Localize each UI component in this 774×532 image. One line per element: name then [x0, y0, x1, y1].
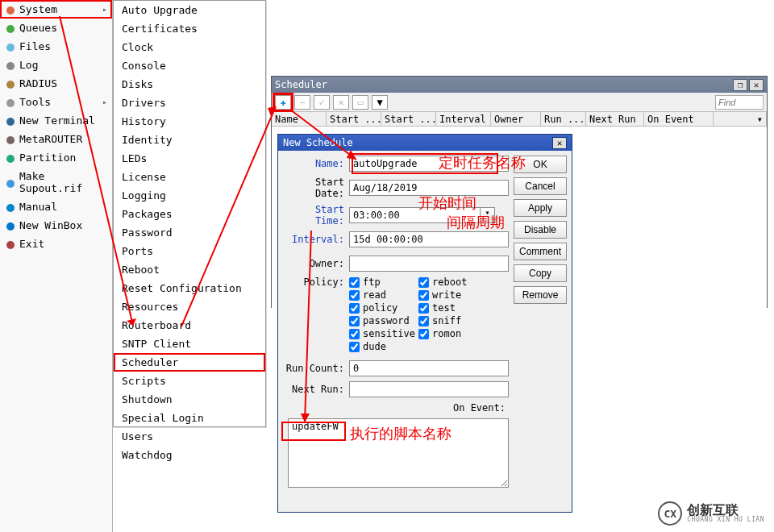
column-header[interactable]: Start ...: [327, 112, 381, 126]
submenu-item-shutdown[interactable]: Shutdown: [114, 390, 265, 409]
checkbox-label: test: [432, 302, 456, 314]
policy-checkbox-test[interactable]: test: [418, 302, 485, 314]
checkbox-input[interactable]: [349, 342, 360, 352]
checkbox-input[interactable]: [349, 277, 360, 288]
sidebar-item-radius[interactable]: RADIUS: [0, 74, 112, 93]
apply-button[interactable]: Apply: [514, 199, 567, 217]
comment-button-icon[interactable]: ▭: [352, 95, 368, 110]
submenu-item-certificates[interactable]: Certificates: [114, 19, 265, 38]
disable-button-icon[interactable]: ✕: [333, 95, 349, 110]
checkbox-input[interactable]: [349, 316, 360, 326]
comment-button[interactable]: Comment: [514, 243, 567, 260]
add-button[interactable]: ✚: [275, 95, 291, 110]
submenu-item-disks[interactable]: Disks: [114, 75, 265, 94]
column-header[interactable]: Name: [272, 112, 327, 126]
policy-checkbox-dude[interactable]: dude: [349, 341, 415, 352]
submenu-item-users[interactable]: Users: [114, 427, 265, 446]
submenu-item-clock[interactable]: Clock: [114, 38, 265, 56]
policy-checkbox-policy[interactable]: policy: [349, 302, 415, 314]
checkbox-input[interactable]: [418, 303, 429, 314]
checkbox-input[interactable]: [349, 303, 360, 314]
restore-button[interactable]: ❐: [733, 79, 747, 91]
policy-checkbox-sensitive[interactable]: sensitive: [349, 328, 415, 339]
submenu-item-auto-upgrade[interactable]: Auto Upgrade: [114, 1, 265, 19]
checkbox-input[interactable]: [418, 277, 429, 288]
column-header[interactable]: Owner: [491, 112, 541, 126]
submenu-item-license[interactable]: License: [114, 168, 265, 186]
submenu-item-watchdog[interactable]: Watchdog: [114, 446, 265, 464]
sidebar-item-new-winbox[interactable]: New WinBox: [0, 216, 112, 235]
remove-button[interactable]: −: [294, 95, 310, 110]
run-count-input[interactable]: [349, 360, 509, 376]
globe-icon: [5, 220, 16, 231]
column-header[interactable]: Next Run: [586, 112, 644, 126]
submenu-item-history[interactable]: History: [114, 112, 265, 131]
copy-button[interactable]: Copy: [514, 264, 567, 282]
sidebar-item-new-terminal[interactable]: New Terminal: [0, 111, 112, 130]
start-date-input[interactable]: [349, 180, 509, 196]
submenu-item-leds[interactable]: LEDs: [114, 149, 265, 168]
submenu-item-packages[interactable]: Packages: [114, 205, 265, 223]
sidebar-item-manual[interactable]: Manual: [0, 197, 112, 216]
sidebar-item-metarouter[interactable]: MetaROUTER: [0, 130, 112, 148]
policy-checkbox-ftp[interactable]: ftp: [349, 276, 415, 288]
start-time-dropdown[interactable]: ▾: [481, 207, 495, 223]
name-input[interactable]: [349, 156, 509, 172]
disable-button[interactable]: Disable: [514, 221, 567, 239]
sidebar-item-partition[interactable]: Partition: [0, 148, 112, 167]
submenu-item-reboot[interactable]: Reboot: [114, 260, 265, 279]
owner-input[interactable]: [349, 256, 509, 272]
checkbox-input[interactable]: [349, 290, 360, 301]
find-input[interactable]: [715, 95, 764, 110]
close-button[interactable]: ✕: [749, 79, 764, 91]
checkbox-input[interactable]: [418, 329, 429, 339]
interval-input[interactable]: [349, 231, 509, 247]
submenu-item-routerboard[interactable]: Routerboard: [114, 316, 265, 335]
submenu-item-scheduler[interactable]: Scheduler: [114, 353, 265, 372]
policy-checkbox-read[interactable]: read: [349, 289, 415, 301]
policy-checkbox-romon[interactable]: romon: [418, 328, 485, 339]
sidebar-item-exit[interactable]: Exit: [0, 235, 112, 253]
sidebar-item-label: MetaROUTER: [19, 133, 82, 145]
sidebar-item-log[interactable]: Log: [0, 56, 112, 74]
dialog-close-button[interactable]: ✕: [552, 137, 567, 149]
policy-checkbox-sniff[interactable]: sniff: [418, 315, 485, 326]
enable-button-icon[interactable]: ✓: [314, 95, 330, 110]
sidebar-item-tools[interactable]: Tools▸: [0, 93, 112, 111]
column-header[interactable]: Run ...: [541, 112, 586, 126]
submenu-item-drivers[interactable]: Drivers: [114, 94, 265, 112]
policy-checkbox-write[interactable]: write: [418, 289, 485, 301]
policy-checkbox-reboot[interactable]: reboot: [418, 276, 485, 288]
submenu-item-logging[interactable]: Logging: [114, 186, 265, 205]
submenu-item-password[interactable]: Password: [114, 223, 265, 242]
column-header[interactable]: Start ...: [381, 112, 436, 126]
sidebar-item-make-supout-rif[interactable]: Make Supout.rif: [0, 167, 112, 197]
submenu-item-console[interactable]: Console: [114, 56, 265, 75]
submenu-item-reset-configuration[interactable]: Reset Configuration: [114, 279, 265, 297]
on-event-textarea[interactable]: [288, 418, 509, 488]
submenu-item-special-login[interactable]: Special Login: [114, 409, 265, 427]
column-header[interactable]: On Event: [644, 112, 714, 126]
next-run-input[interactable]: [349, 381, 509, 397]
submenu-item-sntp-client[interactable]: SNTP Client: [114, 335, 265, 353]
checkbox-input[interactable]: [418, 290, 429, 301]
remove-button[interactable]: Remove: [514, 286, 567, 304]
sidebar-item-queues[interactable]: Queues: [0, 19, 112, 37]
ok-button[interactable]: OK: [514, 156, 567, 173]
checkbox-input[interactable]: [349, 329, 360, 339]
submenu-item-resources[interactable]: Resources: [114, 297, 265, 316]
start-time-input[interactable]: [349, 207, 481, 223]
checkbox-input[interactable]: [418, 316, 429, 326]
checkbox-label: ftp: [363, 276, 381, 288]
column-header[interactable]: Interval: [436, 112, 491, 126]
main-sidebar: System▸QueuesFilesLogRADIUSTools▸New Ter…: [0, 0, 113, 532]
submenu-item-ports[interactable]: Ports: [114, 242, 265, 260]
column-dropdown-icon[interactable]: ▾: [714, 112, 767, 126]
sidebar-item-files[interactable]: Files: [0, 37, 112, 56]
filter-button[interactable]: ▼: [372, 95, 388, 110]
cancel-button[interactable]: Cancel: [514, 177, 567, 195]
policy-checkbox-password[interactable]: password: [349, 315, 415, 326]
sidebar-item-system[interactable]: System▸: [0, 0, 112, 19]
submenu-item-identity[interactable]: Identity: [114, 131, 265, 149]
submenu-item-scripts[interactable]: Scripts: [114, 372, 265, 390]
